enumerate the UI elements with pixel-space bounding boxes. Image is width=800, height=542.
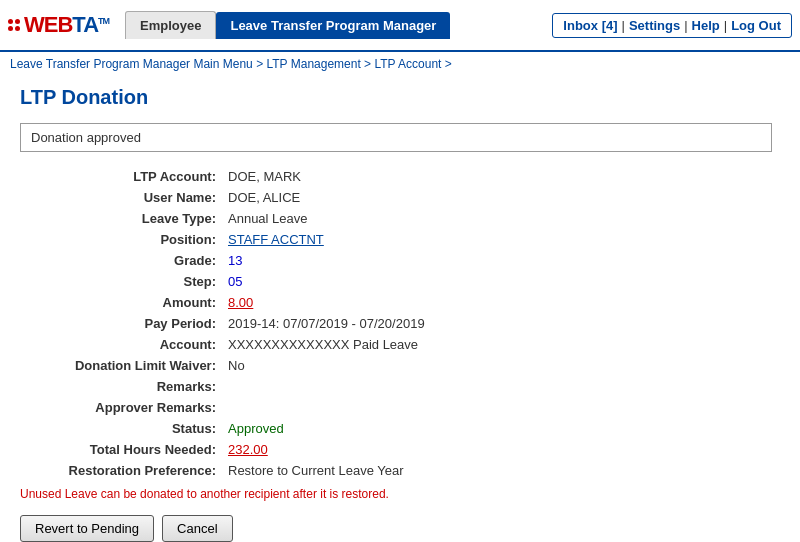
- detail-row-6: Amount:8.00: [20, 292, 780, 313]
- detail-label-10: Remarks:: [20, 376, 220, 397]
- nav-tab-employee[interactable]: Employee: [125, 11, 216, 39]
- detail-label-9: Donation Limit Waiver:: [20, 355, 220, 376]
- help-link[interactable]: Help: [692, 18, 720, 33]
- logo-dot-3: [8, 26, 13, 31]
- detail-label-8: Account:: [20, 334, 220, 355]
- detail-row-9: Donation Limit Waiver:No: [20, 355, 780, 376]
- detail-value-3[interactable]: STAFF ACCTNT: [220, 229, 780, 250]
- detail-label-0: LTP Account:: [20, 166, 220, 187]
- inbox-link[interactable]: Inbox [4]: [563, 18, 617, 33]
- detail-row-4: Grade:13: [20, 250, 780, 271]
- detail-row-0: LTP Account:DOE, MARK: [20, 166, 780, 187]
- button-row: Revert to Pending Cancel: [20, 515, 780, 542]
- detail-value-11: [220, 397, 780, 418]
- header: WEBTATM Employee Leave Transfer Program …: [0, 0, 800, 52]
- main-content: LTP Donation Donation approved LTP Accou…: [0, 76, 800, 542]
- detail-value-10: [220, 376, 780, 397]
- detail-row-10: Remarks:: [20, 376, 780, 397]
- detail-value-7: 2019-14: 07/07/2019 - 07/20/2019: [220, 313, 780, 334]
- detail-row-7: Pay Period:2019-14: 07/07/2019 - 07/20/2…: [20, 313, 780, 334]
- detail-value-13[interactable]: 232.00: [220, 439, 780, 460]
- detail-value-12: Approved: [220, 418, 780, 439]
- detail-row-14: Restoration Preference:Restore to Curren…: [20, 460, 780, 481]
- detail-row-3: Position:STAFF ACCTNT: [20, 229, 780, 250]
- separator-1: |: [622, 18, 625, 33]
- page-title: LTP Donation: [20, 86, 780, 109]
- detail-label-7: Pay Period:: [20, 313, 220, 334]
- detail-label-5: Step:: [20, 271, 220, 292]
- breadcrumb-sep-2: >: [364, 57, 374, 71]
- detail-label-1: User Name:: [20, 187, 220, 208]
- details-table: LTP Account:DOE, MARKUser Name:DOE, ALIC…: [20, 166, 780, 481]
- detail-value-2: Annual Leave: [220, 208, 780, 229]
- logo-tm: TM: [98, 16, 109, 26]
- settings-link[interactable]: Settings: [629, 18, 680, 33]
- detail-row-2: Leave Type:Annual Leave: [20, 208, 780, 229]
- status-box: Donation approved: [20, 123, 772, 152]
- logo-text: WEBTATM: [24, 12, 109, 38]
- info-text: Unused Leave can be donated to another r…: [20, 487, 780, 501]
- detail-label-4: Grade:: [20, 250, 220, 271]
- nav-tabs: Employee Leave Transfer Program Manager: [125, 4, 552, 46]
- detail-label-6: Amount:: [20, 292, 220, 313]
- detail-row-1: User Name:DOE, ALICE: [20, 187, 780, 208]
- detail-value-9: No: [220, 355, 780, 376]
- detail-value-5: 05: [220, 271, 780, 292]
- detail-label-12: Status:: [20, 418, 220, 439]
- detail-row-12: Status:Approved: [20, 418, 780, 439]
- logo-dots: [8, 19, 20, 31]
- logo: WEBTATM: [8, 12, 109, 38]
- separator-2: |: [684, 18, 687, 33]
- right-nav: Inbox [4] | Settings | Help | Log Out: [552, 13, 792, 38]
- detail-value-1: DOE, ALICE: [220, 187, 780, 208]
- detail-label-11: Approver Remarks:: [20, 397, 220, 418]
- detail-value-4: 13: [220, 250, 780, 271]
- logout-link[interactable]: Log Out: [731, 18, 781, 33]
- detail-value-0: DOE, MARK: [220, 166, 780, 187]
- logo-dot-1: [8, 19, 13, 24]
- logo-dot-4: [15, 26, 20, 31]
- breadcrumb-link-1[interactable]: Leave Transfer Program Manager Main Menu: [10, 57, 253, 71]
- nav-tab-ltpm[interactable]: Leave Transfer Program Manager: [216, 12, 450, 39]
- detail-value-6[interactable]: 8.00: [220, 292, 780, 313]
- breadcrumb-link-3[interactable]: LTP Account: [374, 57, 441, 71]
- detail-value-8: XXXXXXXXXXXXXX Paid Leave: [220, 334, 780, 355]
- detail-row-11: Approver Remarks:: [20, 397, 780, 418]
- detail-label-13: Total Hours Needed:: [20, 439, 220, 460]
- breadcrumb-sep-3: >: [445, 57, 452, 71]
- cancel-button[interactable]: Cancel: [162, 515, 232, 542]
- breadcrumb-sep-1: >: [256, 57, 266, 71]
- breadcrumb: Leave Transfer Program Manager Main Menu…: [0, 52, 800, 76]
- detail-row-5: Step:05: [20, 271, 780, 292]
- logo-dot-2: [15, 19, 20, 24]
- detail-label-3: Position:: [20, 229, 220, 250]
- revert-button[interactable]: Revert to Pending: [20, 515, 154, 542]
- detail-label-14: Restoration Preference:: [20, 460, 220, 481]
- separator-3: |: [724, 18, 727, 33]
- detail-label-2: Leave Type:: [20, 208, 220, 229]
- breadcrumb-link-2[interactable]: LTP Management: [266, 57, 360, 71]
- detail-row-8: Account:XXXXXXXXXXXXXX Paid Leave: [20, 334, 780, 355]
- detail-row-13: Total Hours Needed:232.00: [20, 439, 780, 460]
- detail-value-14: Restore to Current Leave Year: [220, 460, 780, 481]
